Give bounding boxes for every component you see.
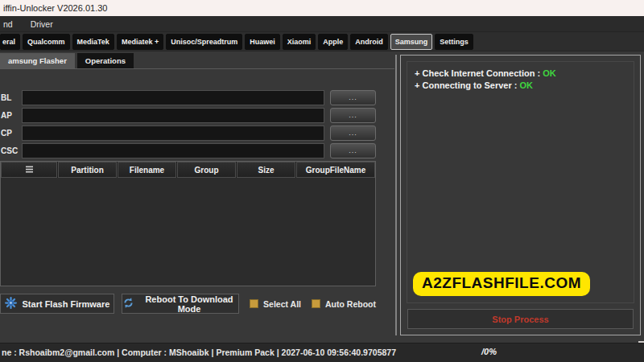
- bl-row: BL ...: [0, 90, 376, 105]
- status-bar: ne : Rshoaibm2@gmail.com | Computer : MS…: [0, 343, 644, 362]
- partition-table: Partition Filename Group Size GroupFileN…: [0, 161, 376, 286]
- column-select-header[interactable]: [1, 162, 57, 178]
- auto-reboot-checkbox[interactable]: Auto Reboot: [312, 299, 376, 309]
- progress-percent: /0%: [481, 347, 497, 356]
- status-ok: OK: [520, 80, 534, 90]
- watermark-logo: A2ZFLASHFILE.COM: [413, 272, 590, 296]
- status-ok: OK: [543, 68, 556, 78]
- bl-browse-button[interactable]: ...: [330, 90, 376, 105]
- partition-table-header: Partition Filename Group Size GroupFileN…: [1, 162, 375, 178]
- reboot-download-mode-label: Reboot To Download Mode: [140, 294, 238, 314]
- start-flash-firmware-label: Start Flash Firmware: [23, 299, 110, 309]
- start-flash-firmware-button[interactable]: Start Flash Firmware: [0, 294, 114, 314]
- cp-browse-button[interactable]: ...: [330, 125, 376, 141]
- tab-general[interactable]: eral: [0, 34, 20, 50]
- reboot-download-mode-button[interactable]: Reboot To Download Mode: [122, 294, 239, 314]
- csc-label: CSC: [0, 146, 22, 155]
- ap-file-input[interactable]: [22, 108, 324, 123]
- sub-tab-strip: amsung Flasher Operations: [0, 51, 394, 68]
- gear-icon: [5, 297, 17, 311]
- log-output: + Check Internet Connection : OK + Conne…: [407, 61, 634, 303]
- select-all-label: Select All: [263, 299, 301, 309]
- checkbox-icon: [312, 299, 320, 308]
- column-size[interactable]: Size: [237, 162, 295, 178]
- title-bar[interactable]: iffin-Unlocker V2026.01.30: [0, 0, 644, 16]
- tab-unisoc-spreadtrum[interactable]: Unisoc/Spreadtrum: [166, 34, 242, 50]
- partition-table-body: [1, 178, 375, 286]
- tab-mediatek-plus[interactable]: Mediatek +: [117, 34, 163, 50]
- tab-samsung[interactable]: Samsung: [390, 34, 433, 50]
- log-line: + Check Internet Connection : OK: [415, 68, 626, 80]
- tab-huawei[interactable]: Huawei: [245, 34, 280, 50]
- ap-browse-button[interactable]: ...: [330, 108, 376, 123]
- select-all-checkbox[interactable]: Select All: [250, 299, 301, 309]
- csc-browse-button[interactable]: ...: [330, 143, 376, 158]
- subtab-samsung-flasher[interactable]: amsung Flasher: [0, 53, 75, 68]
- list-icon: [25, 165, 34, 175]
- window-title: iffin-Unlocker V2026.01.30: [3, 3, 107, 13]
- refresh-icon: [122, 297, 134, 311]
- log-line: + Connecting to Server : OK: [415, 80, 626, 92]
- bullet-icon: +: [415, 68, 419, 78]
- samsung-flasher-page: BL ... AP ... CP ... CSC ...: [0, 68, 394, 314]
- cp-row: CP ...: [0, 125, 376, 141]
- cp-label: CP: [0, 129, 22, 138]
- tab-android[interactable]: Android: [350, 34, 388, 50]
- csc-file-input[interactable]: [22, 143, 324, 158]
- main-tab-strip: eral Qualcomm MediaTek Mediatek + Unisoc…: [0, 32, 644, 51]
- checkbox-icon: [250, 299, 258, 308]
- stop-process-button[interactable]: Stop Process: [407, 309, 634, 329]
- action-row: Start Flash Firmware Reboot To Download …: [0, 294, 376, 314]
- tab-qualcomm[interactable]: Qualcomm: [23, 34, 70, 50]
- flasher-pane: amsung Flasher Operations BL ... AP ... …: [0, 51, 394, 338]
- column-filename[interactable]: Filename: [118, 162, 176, 178]
- bl-file-input[interactable]: [22, 90, 324, 105]
- tab-mediatek[interactable]: MediaTek: [72, 34, 114, 50]
- column-groupfilename[interactable]: GroupFileName: [296, 162, 375, 178]
- cp-file-input[interactable]: [22, 125, 324, 141]
- column-group[interactable]: Group: [177, 162, 236, 178]
- bullet-icon: +: [415, 80, 419, 90]
- menu-item-partial[interactable]: nd: [1, 18, 15, 31]
- auto-reboot-label: Auto Reboot: [325, 299, 376, 309]
- app-window: iffin-Unlocker V2026.01.30 nd Driver era…: [0, 0, 644, 362]
- panel-splitter[interactable]: [395, 55, 397, 335]
- subtab-operations[interactable]: Operations: [77, 53, 134, 68]
- menu-bar: nd Driver: [0, 16, 644, 32]
- tab-apple[interactable]: Apple: [318, 34, 348, 50]
- menu-item-driver[interactable]: Driver: [28, 18, 56, 31]
- bl-label: BL: [0, 93, 22, 102]
- tab-settings[interactable]: Settings: [435, 34, 473, 50]
- license-info-text: ne : Rshoaibm2@gmail.com | Computer : MS…: [2, 348, 396, 357]
- csc-row: CSC ...: [0, 143, 376, 158]
- tab-xiaomi[interactable]: Xiaomi: [283, 34, 316, 50]
- column-partition[interactable]: Partition: [58, 162, 117, 178]
- ap-label: AP: [0, 111, 22, 120]
- log-panel: + Check Internet Connection : OK + Conne…: [400, 55, 641, 335]
- ap-row: AP ...: [0, 108, 376, 123]
